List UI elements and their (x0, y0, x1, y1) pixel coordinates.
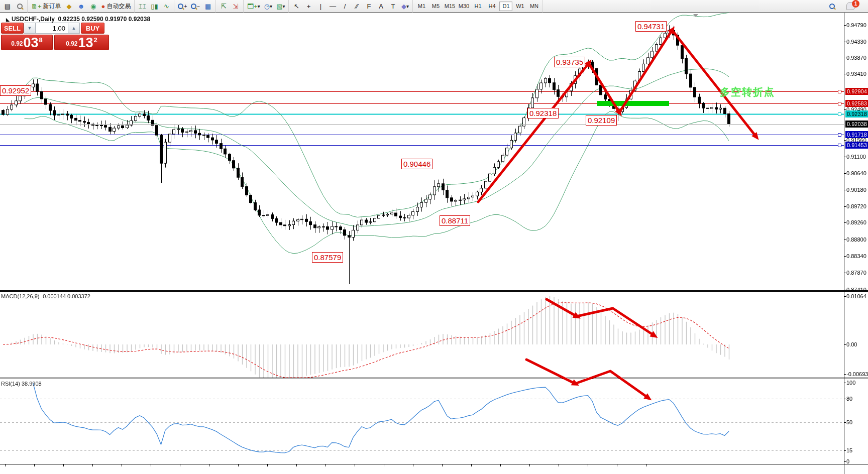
axis-tick-0: 0 (846, 458, 849, 464)
volume-input[interactable]: 1.00 (36, 23, 68, 34)
trendline-button[interactable]: / (339, 1, 350, 12)
sell-button[interactable]: SELL (1, 23, 24, 34)
axis-tick-0.89260: 0.89260 (846, 219, 866, 225)
price-label-0.94731: 0.94731 (635, 21, 667, 32)
axis-tick-0.88340: 0.88340 (846, 253, 866, 259)
new-order-label: 新订单 (43, 2, 61, 11)
notifications-icon[interactable]: 1 (845, 1, 857, 12)
new-order-icon: 🗎+ (31, 3, 42, 10)
volume-increase-button[interactable]: ▲ (68, 23, 80, 34)
axis-tick-0.00: 0.00 (846, 341, 857, 347)
price-label-0.87579: 0.87579 (312, 252, 343, 263)
axis-tick-0.93410: 0.93410 (846, 71, 866, 77)
shapes-button[interactable]: ◆▾ (399, 1, 410, 12)
timeframe-m30[interactable]: M30 (457, 2, 470, 11)
timeframe-w1[interactable]: W1 (513, 2, 526, 11)
timeframe-m1[interactable]: M1 (415, 2, 428, 11)
one-click-trading-panel: SELL ▼ 1.00 ▲ BUY 0.92038 0.92132 (1, 23, 110, 50)
axis-tick-0.94790: 0.94790 (846, 22, 866, 28)
order-group: 🗎+ 新订单 ◆ ☻ ◉ ● 自动交易 (28, 0, 135, 13)
chart-marker-icon: ◣ (6, 17, 10, 22)
new-order-button[interactable]: 🗎+ 新订单 (30, 1, 63, 12)
tile-windows-button[interactable]: ▦ (202, 1, 213, 12)
window-tools-group: ▤ (0, 0, 28, 13)
axis-badge-0.92038: 0.92038 (845, 121, 868, 128)
indicator-window-group: ⇱ ⇲ (216, 0, 244, 13)
history-icon[interactable]: ◆ (64, 1, 75, 12)
price-label-0.92109: 0.92109 (586, 115, 617, 126)
vline-button[interactable]: | (315, 1, 326, 12)
axis-badge-0.91718: 0.91718 (845, 131, 868, 138)
axis-tick-0.87870: 0.87870 (846, 270, 866, 276)
axis-tick-80: 80 (846, 396, 852, 402)
price-label-0.92318: 0.92318 (527, 108, 559, 118)
notification-badge: 1 (852, 0, 859, 8)
axis-tick-0.90640: 0.90640 (846, 170, 866, 176)
timeframe-mn[interactable]: MN (527, 2, 540, 11)
axis-tick-50: 50 (846, 419, 852, 425)
zoom-in-button[interactable]: + (176, 1, 188, 12)
chart-window-icon[interactable]: ▤ (2, 1, 13, 12)
timeframe-h1[interactable]: H1 (471, 2, 484, 11)
profile-icon[interactable]: ☻ (76, 1, 87, 12)
autotrading-button[interactable]: ● 自动交易 (100, 1, 133, 12)
market-watch-icon[interactable] (14, 1, 25, 12)
label-button[interactable]: T (387, 1, 398, 12)
timeframe-d1[interactable]: D1 (499, 2, 512, 11)
channel-button[interactable]: ∕∕ (351, 1, 362, 12)
new-chart-button[interactable]: 🗔+▾ (246, 1, 262, 12)
axis-badge-0.92583: 0.92583 (845, 100, 868, 107)
axis-tick-0.87410: 0.87410 (846, 287, 866, 293)
timeframe-m15[interactable]: M15 (443, 2, 456, 11)
price-label-0.88711: 0.88711 (440, 215, 470, 226)
chart-canvas[interactable] (0, 13, 868, 474)
line-chart-button[interactable]: ∿ (161, 1, 172, 12)
signal-icon[interactable]: ◉ (88, 1, 99, 12)
buy-button[interactable]: BUY (81, 23, 104, 34)
chart-mode-group: ⌶⌶ ▯▮ ∿ (135, 0, 174, 13)
timeframe-group: M1M5M15M30H1H4D1W1MN (413, 0, 543, 13)
axis-badge-0.91453: 0.91453 (845, 142, 868, 149)
timeframe-h4[interactable]: H4 (485, 2, 498, 11)
arrange-down-button[interactable]: ⇲ (230, 1, 241, 12)
sell-price-display[interactable]: 0.92038 (1, 35, 53, 50)
axis-tick-0.88800: 0.88800 (846, 236, 866, 243)
bar-chart-button[interactable]: ⌶⌶ (137, 1, 148, 12)
turning-point-annotation: 多空转折点 (720, 85, 775, 99)
chart-window: ◣USDCHF-,Daily 0.92235 0.92590 0.91970 0… (0, 13, 868, 474)
zoom-out-button[interactable]: − (189, 1, 201, 12)
line-studies-group: ↖ + | — / ∕∕ F A T ◆▾ (289, 0, 413, 13)
axis-badge-0.92904: 0.92904 (845, 88, 868, 95)
add-group: 🗔+▾ ◷▾ ▧▾ (244, 0, 289, 13)
axis-tick-0.01064: 0.01064 (846, 293, 866, 299)
candlestick-button[interactable]: ▯▮ (149, 1, 160, 12)
autotrading-icon: ● (101, 3, 105, 10)
buy-price-display[interactable]: 0.92132 (54, 35, 109, 50)
axis-tick--0.006934: -0.006934 (846, 371, 868, 377)
periods-button[interactable]: ◷▾ (263, 1, 274, 12)
volume-decrease-button[interactable]: ▼ (24, 23, 36, 34)
arrange-up-button[interactable]: ⇱ (218, 1, 229, 12)
axis-tick-0.93870: 0.93870 (846, 55, 866, 61)
axis-tick-0.91100: 0.91100 (846, 154, 866, 160)
text-button[interactable]: A (375, 1, 386, 12)
chart-title: ◣USDCHF-,Daily 0.92235 0.92590 0.91970 0… (6, 16, 150, 23)
crosshair-button[interactable]: + (303, 1, 314, 12)
macd-indicator-label: MACD(12,26,9) -0.000144 0.003372 (1, 293, 90, 299)
hline-button[interactable]: — (327, 1, 338, 12)
timeframe-m5[interactable]: M5 (429, 2, 442, 11)
axis-tick-100: 100 (846, 380, 855, 386)
rsi-indicator-label: RSI(14) 38.9908 (1, 381, 42, 387)
search-icon[interactable] (826, 1, 837, 12)
axis-tick-0.94330: 0.94330 (846, 39, 866, 45)
main-toolbar: ▤ 🗎+ 新订单 ◆ ☻ ◉ ● 自动交易 ⌶⌶ ▯▮ ∿ + − ▦ ⇱ ⇲ … (0, 0, 868, 13)
price-label-0.93735: 0.93735 (554, 57, 585, 67)
autotrading-label: 自动交易 (106, 2, 131, 11)
axis-badge-0.92318: 0.92318 (845, 110, 868, 117)
axis-tick-15: 15 (846, 447, 852, 453)
axis-tick-0.90180: 0.90180 (846, 187, 866, 193)
cursor-button[interactable]: ↖ (291, 1, 302, 12)
fibonacci-button[interactable]: F (363, 1, 374, 12)
price-label-0.90446: 0.90446 (401, 159, 432, 169)
templates-button[interactable]: ▧▾ (275, 1, 286, 12)
